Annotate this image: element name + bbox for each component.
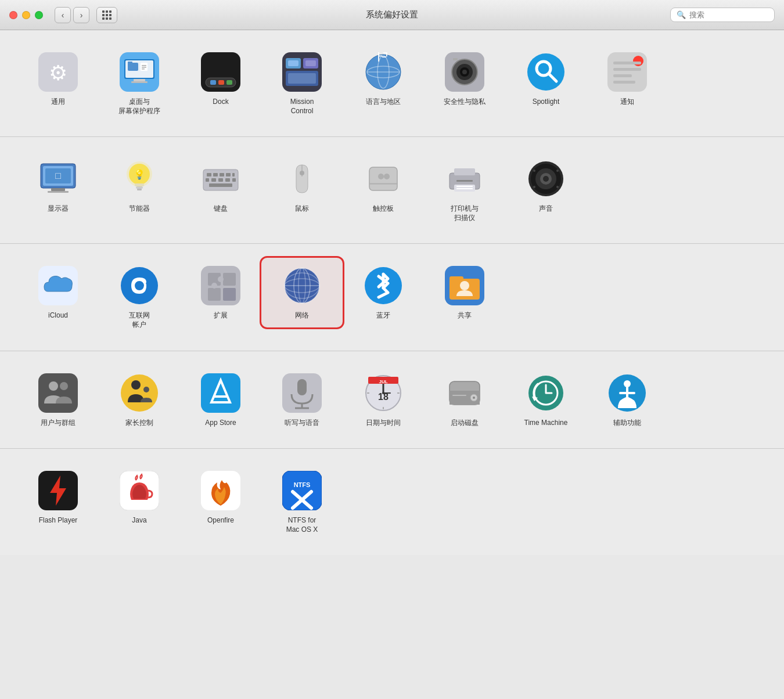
traffic-lights	[9, 11, 43, 19]
svg-rect-42	[613, 74, 632, 77]
startup-label: 启动磁盘	[451, 419, 479, 428]
svg-rect-111	[38, 373, 78, 413]
pref-dictation[interactable]: 听写与语音	[261, 365, 343, 435]
svg-rect-66	[232, 178, 236, 182]
pref-ntfs[interactable]: NTFS NTFS forMac OS X	[261, 463, 343, 541]
svg-point-110	[460, 281, 469, 290]
svg-rect-24	[288, 73, 316, 84]
svg-point-69	[300, 171, 304, 175]
desktop-icon	[118, 51, 160, 93]
sound-label: 声音	[539, 204, 553, 214]
svg-rect-6	[128, 62, 132, 64]
pref-mission[interactable]: MissionControl	[261, 44, 343, 122]
grid-view-button[interactable]	[96, 7, 117, 23]
internet-accounts-icon	[118, 265, 160, 307]
pref-parental[interactable]: 家长控制	[99, 365, 180, 435]
pref-extensions[interactable]: 扩展	[180, 258, 261, 327]
svg-rect-15	[210, 80, 216, 85]
svg-text:NTFS: NTFS	[294, 481, 311, 488]
icon-grid-internet: iCloud 互联网帐户	[17, 258, 767, 336]
pref-mouse[interactable]: 鼠标	[261, 151, 343, 221]
icloud-label: iCloud	[48, 311, 68, 320]
general-icon: ⚙	[37, 51, 79, 93]
pref-sharing[interactable]: 共享	[424, 258, 505, 327]
energy-icon: 💡	[118, 158, 160, 200]
svg-point-88	[556, 186, 559, 188]
displays-icon: □	[37, 158, 79, 200]
pref-java[interactable]: Java	[99, 463, 180, 532]
pref-language[interactable]: 🏳 语言与地区	[343, 44, 424, 114]
pref-notifications[interactable]: 通知	[587, 44, 668, 114]
search-input[interactable]	[689, 10, 768, 19]
svg-rect-95	[208, 288, 221, 301]
appstore-label: App Store	[205, 419, 236, 428]
svg-rect-70	[369, 167, 397, 190]
pref-desktop[interactable]: 桌面与屏幕保护程序	[99, 44, 180, 122]
pref-spotlight[interactable]: Spotlight	[505, 44, 587, 114]
spotlight-icon	[525, 51, 567, 93]
search-box[interactable]: 🔍	[670, 8, 775, 22]
svg-rect-16	[218, 80, 224, 85]
pref-appstore[interactable]: App Store	[180, 365, 261, 435]
svg-point-112	[49, 381, 58, 391]
dictation-label: 听写与语音	[285, 419, 319, 428]
energy-label: 节能器	[129, 204, 150, 214]
svg-text:□: □	[55, 171, 61, 181]
svg-rect-77	[456, 180, 473, 182]
pref-internet-accounts[interactable]: 互联网帐户	[99, 258, 180, 336]
security-icon	[444, 51, 485, 93]
pref-displays[interactable]: □ 显示器	[17, 151, 99, 221]
svg-rect-75	[454, 168, 475, 175]
close-button[interactable]	[9, 11, 17, 19]
pref-energy[interactable]: 💡 节能器	[99, 151, 180, 221]
pref-bluetooth[interactable]: 蓝牙	[343, 258, 424, 327]
users-label: 用户与群组	[41, 419, 75, 428]
pref-accessibility[interactable]: 辅助功能	[587, 365, 668, 435]
pref-sound[interactable]: 声音	[505, 151, 587, 221]
pref-datetime[interactable]: JUL 18 日期与时间	[343, 365, 424, 435]
flashplayer-label: Flash Player	[39, 516, 78, 525]
forward-button[interactable]: ›	[73, 7, 89, 23]
icloud-icon	[37, 265, 79, 307]
dock-icon	[200, 51, 242, 93]
pref-network[interactable]: 网络	[261, 258, 343, 327]
accessibility-icon	[606, 372, 648, 414]
svg-rect-62	[206, 178, 209, 182]
spotlight-label: Spotlight	[533, 98, 560, 107]
mouse-label: 鼠标	[295, 204, 309, 214]
svg-rect-94	[223, 273, 236, 286]
svg-rect-57	[207, 173, 211, 176]
desktop-label: 桌面与屏幕保护程序	[118, 98, 160, 116]
svg-rect-61	[232, 173, 235, 176]
pref-startup[interactable]: 启动磁盘	[424, 365, 505, 435]
openfire-label: Openfire	[207, 516, 234, 525]
svg-point-72	[378, 174, 384, 179]
pref-trackpad[interactable]: 触控板	[343, 151, 424, 221]
pref-openfire[interactable]: Openfire	[180, 463, 261, 532]
keyboard-label: 键盘	[214, 204, 228, 214]
icon-grid-other: Flash Player	[17, 463, 767, 541]
pref-general[interactable]: ⚙ 通用	[17, 44, 99, 114]
icon-grid-personal: ⚙ 通用	[17, 44, 767, 122]
pref-keyboard[interactable]: 键盘	[180, 151, 261, 221]
mission-icon	[281, 51, 323, 93]
pref-security[interactable]: 安全性与隐私	[424, 44, 505, 114]
minimize-button[interactable]	[22, 11, 30, 19]
pref-printers[interactable]: 打印机与扫描仪	[424, 151, 505, 229]
svg-point-90	[121, 267, 158, 304]
maximize-button[interactable]	[35, 11, 43, 19]
pref-icloud[interactable]: iCloud	[17, 258, 99, 327]
keyboard-icon	[200, 158, 242, 200]
main-content: ⚙ 通用	[0, 30, 784, 555]
svg-rect-23	[305, 60, 316, 66]
pref-timemachine[interactable]: Time Machine	[505, 365, 587, 435]
pref-dock[interactable]: Dock	[180, 44, 261, 114]
dock-label: Dock	[213, 98, 228, 107]
pref-users[interactable]: 用户与群组	[17, 365, 99, 435]
pref-flashplayer[interactable]: Flash Player	[17, 463, 99, 532]
svg-rect-59	[220, 173, 224, 176]
svg-point-137	[473, 397, 475, 399]
titlebar: ‹ › 系统偏好设置 🔍	[0, 0, 784, 30]
svg-rect-63	[211, 178, 216, 182]
back-button[interactable]: ‹	[55, 7, 71, 23]
